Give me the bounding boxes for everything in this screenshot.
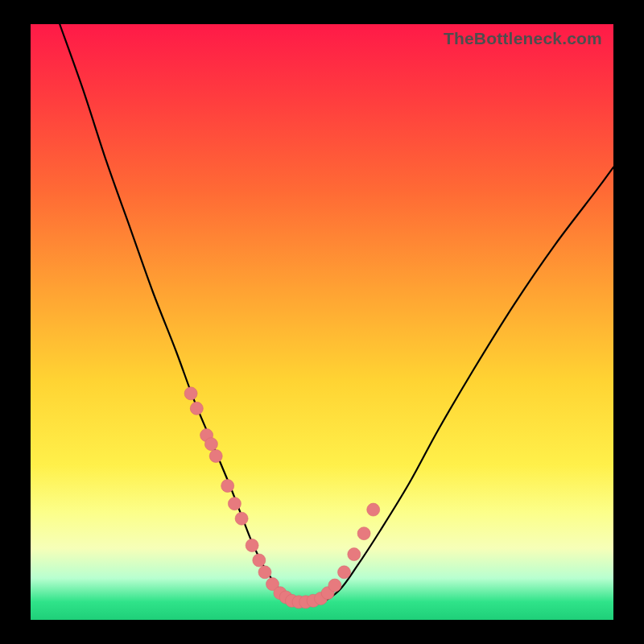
- curve-marker: [338, 566, 351, 579]
- curve-marker: [246, 539, 258, 552]
- curve-marker: [209, 450, 222, 463]
- curve-marker: [367, 503, 380, 516]
- curve-marker: [348, 548, 361, 561]
- bottleneck-curve: [60, 24, 613, 603]
- curve-marker: [258, 566, 271, 579]
- curve-marker: [204, 438, 217, 451]
- chart-frame: TheBottleneck.com: [0, 0, 644, 644]
- curve-marker: [228, 497, 241, 510]
- curve-marker: [357, 527, 370, 540]
- curve-marker: [184, 387, 197, 400]
- curve-marker: [221, 480, 234, 493]
- curve-marker: [235, 512, 248, 525]
- curve-marker: [253, 554, 266, 567]
- plot-area: TheBottleneck.com: [31, 24, 613, 620]
- curve-layer: [31, 24, 613, 620]
- curve-marker: [328, 579, 341, 592]
- curve-marker: [190, 402, 203, 415]
